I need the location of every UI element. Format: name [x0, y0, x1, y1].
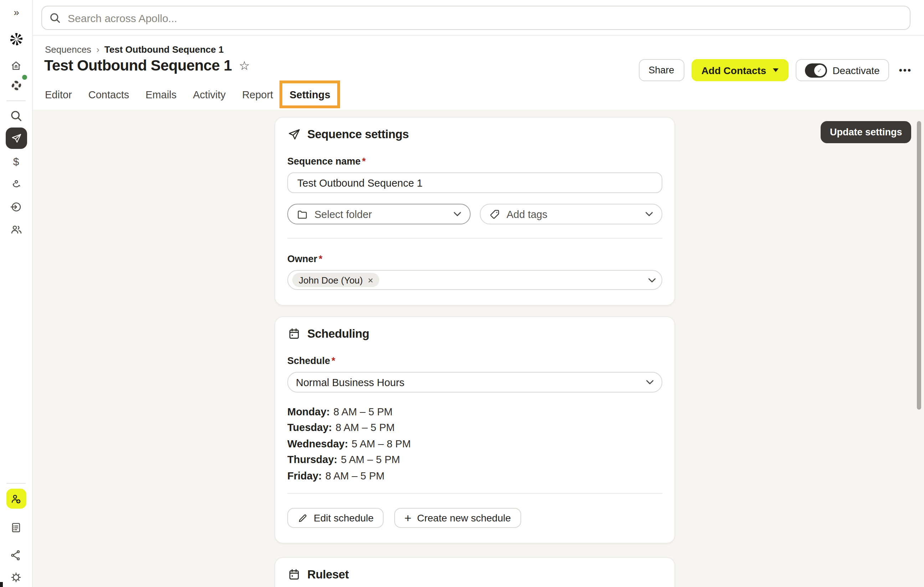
sidebar: »: [0, 0, 33, 587]
active-toggle[interactable]: ✓: [805, 63, 827, 77]
schedule-day: Tuesday:8 AM – 5 PM: [287, 420, 662, 436]
sidebar-item-tasks[interactable]: [0, 178, 32, 190]
paper-plane-icon: [287, 128, 301, 141]
chevron-down-icon: [646, 380, 654, 385]
scrollbar-thumb[interactable]: [917, 121, 921, 409]
edit-schedule-button[interactable]: Edit schedule: [287, 508, 384, 528]
global-search[interactable]: [41, 6, 911, 30]
more-options-button[interactable]: •••: [896, 59, 915, 81]
edit-schedule-label: Edit schedule: [314, 512, 374, 524]
breadcrumb-current: Test Outbound Sequence 1: [104, 44, 224, 55]
add-contacts-button[interactable]: Add Contacts: [691, 59, 788, 81]
presence-dot: [21, 74, 28, 81]
owner-dropdown[interactable]: John Doe (You) ×: [287, 270, 662, 290]
hand-icon: [10, 178, 22, 190]
ruleset-card: Ruleset: [274, 557, 675, 587]
calendar-icon: [287, 568, 301, 581]
sidebar-item-lists[interactable]: [0, 521, 32, 534]
search-icon: [10, 109, 22, 122]
deactivate-label: Deactivate: [832, 64, 879, 76]
remove-owner-icon[interactable]: ×: [368, 275, 373, 284]
share-button[interactable]: Share: [639, 59, 684, 81]
schedule-day: Monday:8 AM – 5 PM: [287, 404, 662, 420]
workflow-icon: [10, 549, 22, 561]
schedule-day: Thursday:5 AM – 5 PM: [287, 452, 662, 468]
sidebar-item-settings[interactable]: [0, 571, 32, 584]
plus-icon: +: [404, 512, 411, 524]
pencil-icon: [297, 513, 308, 523]
double-chevron-right-icon: »: [13, 7, 18, 18]
schedule-dropdown[interactable]: Normal Business Hours: [287, 372, 662, 393]
sidebar-item-engage-active[interactable]: [0, 489, 32, 509]
sidebar-item-sequences-active[interactable]: [0, 128, 32, 149]
gear-icon: [10, 571, 22, 583]
sequence-settings-card: Sequence settings Sequence name* Select …: [274, 117, 675, 306]
sidebar-item-account-avatar[interactable]: [0, 80, 32, 91]
sequence-name-field[interactable]: [287, 173, 662, 193]
calendar-icon: [287, 327, 301, 340]
topbar: [32, 0, 924, 36]
tab-settings[interactable]: Settings: [289, 89, 330, 100]
app-window: »: [0, 0, 924, 587]
home-icon: [10, 59, 22, 72]
required-asterisk: *: [362, 156, 366, 167]
dollar-icon: $: [13, 155, 19, 167]
sidebar-collapse-button[interactable]: »: [0, 6, 32, 18]
star-icon[interactable]: ☆: [239, 59, 250, 72]
select-folder-dropdown[interactable]: Select folder: [287, 204, 470, 224]
sidebar-item-apollo-logo[interactable]: [0, 31, 32, 47]
sidebar-item-deals[interactable]: $: [0, 154, 32, 168]
schedule-label: Schedule*: [287, 355, 662, 366]
schedule-day: Wednesday:5 AM – 8 PM: [287, 436, 662, 452]
owner-label: Owner*: [287, 253, 662, 264]
avatar: [10, 80, 22, 91]
paper-plane-icon: [5, 128, 27, 149]
sequence-name-label: Sequence name*: [287, 156, 662, 167]
chevron-down-icon: [645, 212, 653, 217]
required-asterisk: *: [332, 355, 335, 366]
card-title: Scheduling: [307, 327, 369, 340]
schedule-day: Friday:8 AM – 5 PM: [287, 468, 662, 484]
chevron-down-icon: [648, 278, 656, 283]
schedule-value: Normal Business Hours: [296, 377, 404, 388]
sidebar-item-inbound[interactable]: [0, 200, 32, 213]
apollo-logo-icon: [8, 31, 24, 47]
sidebar-item-home[interactable]: [0, 59, 32, 72]
sidebar-item-people[interactable]: [0, 223, 32, 236]
sidebar-item-workflows[interactable]: [0, 549, 32, 561]
sidebar-divider: [7, 483, 26, 484]
card-title: Ruleset: [307, 568, 349, 581]
folder-icon: [297, 208, 308, 220]
create-new-schedule-button[interactable]: + Create new schedule: [394, 508, 521, 528]
add-contacts-label: Add Contacts: [701, 64, 766, 76]
sidebar-divider: [7, 100, 26, 101]
chevron-right-icon: ›: [96, 44, 99, 55]
tab-settings-label: Settings: [289, 89, 330, 100]
chevron-down-icon: [453, 212, 461, 217]
divider: [287, 493, 662, 494]
tab-contacts[interactable]: Contacts: [88, 89, 129, 100]
tab-emails[interactable]: Emails: [145, 89, 177, 100]
login-arrow-icon: [10, 201, 22, 213]
scheduling-card: Scheduling Schedule* Normal Business Hou…: [274, 316, 675, 544]
owner-chip-label: John Doe (You): [299, 275, 363, 285]
sequence-name-input[interactable]: [296, 176, 654, 189]
tab-editor[interactable]: Editor: [45, 89, 72, 100]
tab-activity[interactable]: Activity: [193, 89, 226, 100]
add-tags-value: Add tags: [507, 208, 548, 220]
cutoff-element: [0, 582, 3, 587]
owner-chip: John Doe (You) ×: [292, 273, 380, 287]
person-add-icon: [6, 489, 26, 509]
sidebar-item-search[interactable]: [0, 109, 32, 122]
search-input[interactable]: [66, 11, 903, 25]
card-title: Sequence settings: [307, 128, 409, 141]
add-tags-dropdown[interactable]: Add tags: [480, 204, 662, 224]
deactivate-button[interactable]: ✓ Deactivate: [795, 59, 889, 81]
update-settings-button[interactable]: Update settings: [821, 121, 911, 143]
tab-report[interactable]: Report: [242, 89, 273, 100]
tab-bar: Editor Contacts Emails Activity Report S…: [45, 82, 330, 108]
check-icon: ✓: [817, 67, 822, 74]
people-icon: [10, 223, 23, 236]
breadcrumb-parent[interactable]: Sequences: [45, 44, 91, 55]
tag-icon: [489, 208, 500, 220]
